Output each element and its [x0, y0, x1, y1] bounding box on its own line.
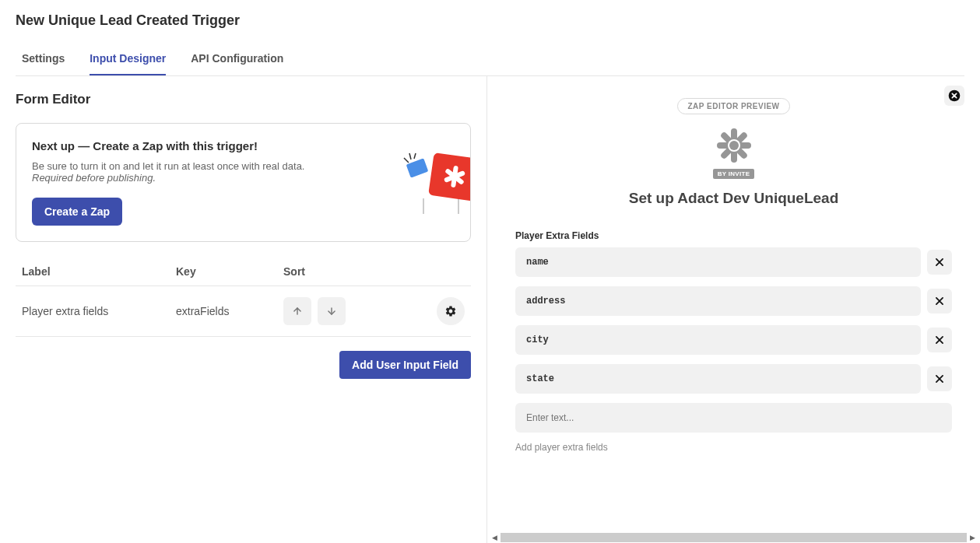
row-settings-button[interactable]: [437, 297, 465, 325]
field-row-new: [515, 403, 952, 433]
close-icon: [948, 89, 961, 102]
col-header-sort: Sort: [283, 265, 465, 278]
page-title: New Unique Lead Created Trigger: [16, 12, 964, 29]
sort-up-button[interactable]: [283, 297, 311, 325]
col-header-label: Label: [22, 265, 176, 278]
tab-input-designer[interactable]: Input Designer: [90, 44, 166, 75]
svg-point-18: [729, 141, 739, 150]
preview-badge: ZAP EDITOR PREVIEW: [677, 98, 789, 114]
x-icon: [934, 296, 945, 307]
sort-down-button[interactable]: [318, 297, 346, 325]
x-icon: [934, 373, 945, 384]
arrow-up-icon: [292, 306, 303, 317]
tabs: Settings Input Designer API Configuratio…: [16, 44, 964, 76]
player-extra-fields-label: Player Extra Fields: [515, 230, 952, 241]
card-title: Next up — Create a Zap with this trigger…: [32, 139, 455, 152]
row-key: extraFields: [176, 305, 283, 317]
preview-title: Set up Adact Dev UniqueLead: [629, 190, 839, 207]
row-label: Player extra fields: [22, 305, 176, 317]
tab-api-configuration[interactable]: API Configuration: [191, 44, 283, 75]
scroll-left-icon[interactable]: ◀: [490, 534, 499, 541]
card-graphic-icon: [400, 152, 471, 214]
gear-icon: [444, 305, 457, 317]
invite-badge: BY INVITE: [713, 169, 755, 179]
card-body: Be sure to turn it on and let it run at …: [32, 160, 343, 184]
table-row: Player extra fields extraFields: [16, 286, 471, 337]
scroll-right-icon[interactable]: ▶: [968, 534, 977, 541]
horizontal-scrollbar[interactable]: ◀ ▶: [487, 532, 980, 543]
svg-line-9: [414, 153, 416, 159]
field-input-name[interactable]: [515, 247, 921, 277]
close-preview-button[interactable]: [944, 86, 964, 106]
field-input-new[interactable]: [515, 403, 952, 433]
x-icon: [934, 257, 945, 268]
remove-field-button[interactable]: [927, 250, 952, 275]
field-row: [515, 247, 952, 277]
field-row: [515, 286, 952, 316]
field-row: [515, 364, 952, 394]
add-user-input-field-button[interactable]: Add User Input Field: [339, 351, 471, 379]
form-editor-title: Form Editor: [16, 92, 471, 107]
remove-field-button[interactable]: [927, 289, 952, 314]
remove-field-button[interactable]: [927, 328, 952, 352]
create-zap-card: Next up — Create a Zap with this trigger…: [16, 123, 471, 242]
field-input-address[interactable]: [515, 286, 921, 316]
svg-line-7: [404, 158, 409, 163]
svg-line-8: [409, 153, 411, 159]
field-row: [515, 325, 952, 355]
add-player-extra-fields-hint: Add player extra fields: [515, 442, 952, 453]
field-input-city[interactable]: [515, 325, 921, 355]
table-header: Label Key Sort: [16, 257, 471, 286]
tab-settings[interactable]: Settings: [22, 44, 65, 75]
x-icon: [934, 335, 945, 345]
remove-field-button[interactable]: [927, 366, 952, 391]
arrow-down-icon: [326, 306, 337, 317]
zapier-logo-icon: [715, 127, 753, 164]
svg-rect-6: [406, 158, 429, 177]
scroll-track[interactable]: [501, 533, 967, 542]
create-zap-button[interactable]: Create a Zap: [32, 198, 122, 226]
col-header-key: Key: [176, 265, 283, 278]
field-input-state[interactable]: [515, 364, 921, 394]
